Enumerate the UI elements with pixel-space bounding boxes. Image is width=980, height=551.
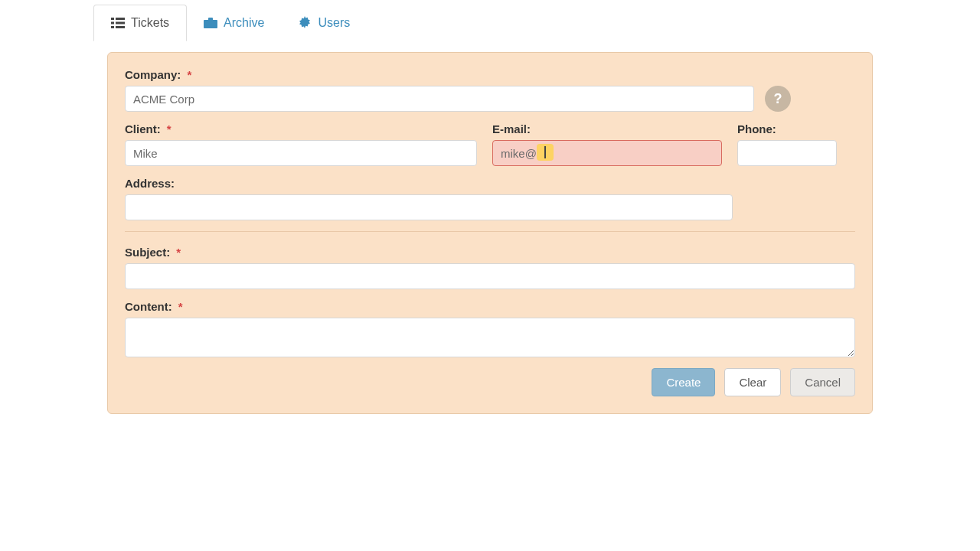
tab-archive-label: Archive <box>224 16 264 30</box>
tab-users[interactable]: Users <box>281 5 367 41</box>
tab-tickets-label: Tickets <box>131 16 169 30</box>
company-input[interactable] <box>125 86 754 112</box>
tab-users-label: Users <box>318 16 350 30</box>
svg-rect-6 <box>204 20 217 28</box>
tab-archive[interactable]: Archive <box>187 5 281 41</box>
svg-rect-0 <box>111 18 114 20</box>
address-input[interactable] <box>125 194 733 220</box>
question-icon: ? <box>774 91 782 107</box>
email-input[interactable] <box>492 140 722 166</box>
client-input[interactable] <box>125 140 477 166</box>
phone-input[interactable] <box>737 140 837 166</box>
company-label: Company: * <box>125 68 855 81</box>
phone-label: Phone: <box>737 122 837 135</box>
create-button[interactable]: Create <box>652 368 715 396</box>
clear-button[interactable]: Clear <box>724 368 781 396</box>
main-tabs: Tickets Archive Users <box>93 5 367 41</box>
section-divider <box>125 231 855 232</box>
list-icon <box>111 17 125 29</box>
tab-tickets[interactable]: Tickets <box>93 5 187 41</box>
required-marker: * <box>167 122 172 135</box>
svg-rect-7 <box>208 18 213 21</box>
company-help-button[interactable]: ? <box>765 86 791 112</box>
subject-input[interactable] <box>125 263 855 289</box>
svg-rect-1 <box>116 18 125 20</box>
subject-label: Subject: * <box>125 246 855 259</box>
content-label: Content: * <box>125 300 855 313</box>
required-marker: * <box>178 300 183 313</box>
client-label: Client: * <box>125 122 477 135</box>
svg-rect-3 <box>116 22 125 24</box>
gear-icon <box>298 16 312 30</box>
svg-rect-5 <box>116 26 125 28</box>
email-label: E-mail: <box>492 122 722 135</box>
required-marker: * <box>188 68 192 81</box>
ticket-form-panel: Company: * ? Client: * <box>107 52 873 414</box>
briefcase-icon <box>204 17 217 29</box>
svg-rect-4 <box>111 26 114 28</box>
form-button-row: Create Clear Cancel <box>125 368 855 396</box>
cancel-button[interactable]: Cancel <box>790 368 855 396</box>
svg-rect-2 <box>111 22 114 24</box>
content-textarea[interactable] <box>125 318 855 357</box>
address-label: Address: <box>125 177 733 190</box>
required-marker: * <box>176 246 181 259</box>
